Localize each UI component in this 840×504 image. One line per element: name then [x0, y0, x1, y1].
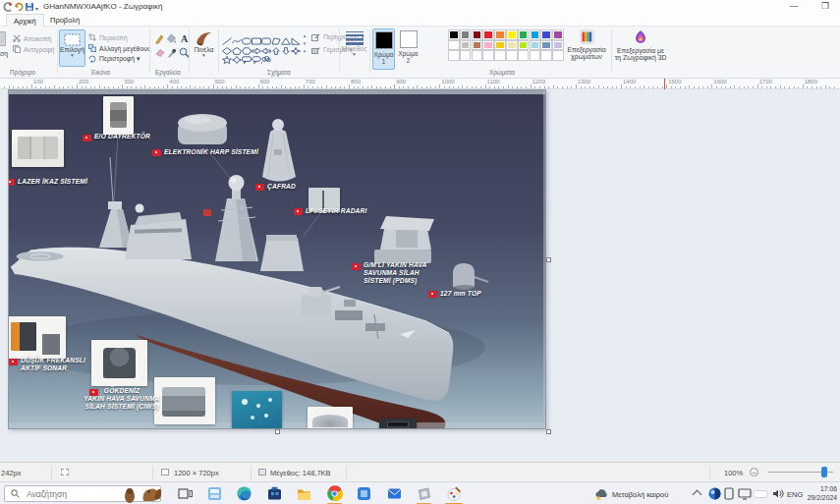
shape-hexagon[interactable]: [242, 41, 252, 49]
palette-empty-slot[interactable]: [507, 51, 517, 60]
zoom-out-button[interactable]: –: [750, 468, 758, 476]
color1-well[interactable]: Χρώμα1: [372, 28, 395, 70]
zoom-slider-thumb[interactable]: [821, 467, 827, 477]
resize-button[interactable]: Αλλαγή μεγέθους: [88, 43, 150, 53]
taskbar-app-task-view[interactable]: [175, 484, 195, 503]
shape-curve[interactable]: [232, 31, 242, 39]
shapes-scrollbar[interactable]: ▴▾▾: [301, 31, 308, 55]
shape-arrow-up[interactable]: [271, 41, 281, 49]
canvas-resize-handle-bottom[interactable]: [275, 429, 280, 434]
tray-expand-chevron[interactable]: [693, 490, 702, 500]
palette-color-#3f48cc[interactable]: [541, 30, 551, 39]
edit-with-paint3d-button[interactable]: Επεξεργασία με τη Ζωγραφική 3D: [616, 29, 665, 61]
palette-empty-slot[interactable]: [553, 51, 563, 60]
palette-empty-slot[interactable]: [495, 51, 505, 60]
taskbar-app-widgets[interactable]: [204, 484, 224, 503]
palette-empty-slot[interactable]: [473, 51, 482, 60]
tray-pill-icon[interactable]: [753, 490, 768, 498]
language-indicator[interactable]: ENG: [787, 490, 803, 499]
paste-button-fragment[interactable]: ση: [0, 50, 8, 57]
palette-color-#ffaec9[interactable]: [483, 41, 493, 50]
color-picker-tool-button[interactable]: [166, 46, 178, 58]
shape-right-triangle[interactable]: [291, 31, 301, 39]
volume-icon[interactable]: [772, 488, 784, 499]
palette-empty-slot[interactable]: [541, 51, 551, 60]
undo-button-icon[interactable]: [14, 2, 24, 12]
shape-ellipse[interactable]: [242, 31, 252, 39]
brushes-button[interactable]: Πινέλα ▾: [191, 29, 217, 69]
taskbar-app-paint[interactable]: [444, 484, 464, 503]
shape-triangle[interactable]: [281, 31, 291, 39]
shape-six-point-star[interactable]: [232, 50, 242, 58]
palette-color-#a349a4[interactable]: [553, 30, 563, 39]
shape-cloud-callout[interactable]: [261, 50, 271, 58]
palette-color-#ffffff[interactable]: [449, 41, 459, 50]
shape-oval-callout[interactable]: [252, 50, 261, 58]
palette-color-#000000[interactable]: [449, 30, 459, 39]
shape-five-point-star[interactable]: [222, 50, 232, 58]
canvas-resize-handle-right[interactable]: [546, 257, 551, 262]
display-icon[interactable]: [738, 488, 752, 500]
palette-color-#7f7f7f[interactable]: [461, 30, 471, 39]
drawing-canvas[interactable]: E/O DAYREKTÖRELEKTRONİK HARP SİSTEMİÇAFR…: [8, 89, 546, 429]
search-highlight-squirrel[interactable]: [124, 483, 163, 504]
palette-color-#c8bfe7[interactable]: [553, 41, 563, 50]
taskbar-app-viewer-3d[interactable]: [415, 484, 434, 503]
palette-color-#99d9ea[interactable]: [531, 41, 540, 50]
taskbar-app-mail[interactable]: [384, 484, 404, 503]
search-input[interactable]: [25, 488, 123, 500]
clock[interactable]: 17:06 29/2/2024: [808, 485, 837, 502]
palette-color-#c3c3c3[interactable]: [461, 41, 471, 50]
weather-text[interactable]: Μεταβολή καιρού: [612, 490, 668, 499]
qat-dropdown[interactable]: ▾: [35, 5, 38, 12]
taskbar-app-file-explorer[interactable]: [295, 484, 314, 503]
palette-color-#22b14c[interactable]: [519, 30, 529, 39]
fill-tool-button[interactable]: [166, 32, 178, 44]
canvas-resize-handle-corner[interactable]: [546, 429, 551, 434]
palette-color-#b97a57[interactable]: [473, 41, 482, 50]
cut-button[interactable]: Αποκοπή: [13, 33, 51, 43]
copy-button[interactable]: Αντιγραφή: [13, 44, 54, 54]
edit-colors-button[interactable]: Επεξεργασία χρωμάτων: [566, 29, 607, 60]
minimize-button[interactable]: —: [781, 0, 807, 14]
shape-rounded-rectangle[interactable]: [261, 31, 271, 39]
restore-button[interactable]: ❐: [812, 0, 838, 14]
phone-link-icon[interactable]: [724, 487, 734, 500]
shape-arrow-down[interactable]: [281, 41, 291, 49]
tray-orb-icon[interactable]: [708, 487, 721, 500]
shape-rectangle[interactable]: [252, 31, 261, 39]
palette-empty-slot[interactable]: [483, 51, 493, 60]
palette-empty-slot[interactable]: [461, 51, 471, 60]
rotate-button[interactable]: Περιστροφή ▾: [88, 54, 140, 64]
shape-polygon[interactable]: [271, 31, 281, 39]
palette-color-#880015[interactable]: [473, 30, 482, 39]
shape-arrow-right[interactable]: [252, 41, 261, 49]
tab-home[interactable]: Αρχική: [6, 14, 44, 27]
tab-view[interactable]: Προβολή: [43, 14, 86, 27]
palette-color-#ed1c24[interactable]: [483, 30, 493, 39]
shape-line[interactable]: [222, 31, 232, 39]
paste-icon[interactable]: [0, 31, 6, 46]
palette-color-#b5e61d[interactable]: [519, 41, 529, 50]
taskbar-app-photos[interactable]: [355, 484, 374, 503]
weather-icon[interactable]: [593, 486, 609, 501]
eraser-tool-button[interactable]: [153, 46, 165, 58]
save-button-icon[interactable]: [25, 2, 34, 12]
size-button[interactable]: Μέγεθος ▾: [341, 30, 367, 68]
palette-color-#fff200[interactable]: [507, 30, 517, 39]
taskbar-app-edge[interactable]: [235, 484, 254, 503]
taskbar-app-store[interactable]: [264, 484, 284, 503]
palette-empty-slot[interactable]: [519, 51, 529, 60]
palette-color-#00a2e8[interactable]: [531, 30, 540, 39]
shape-arrow-left[interactable]: [261, 41, 271, 49]
palette-empty-slot[interactable]: [449, 51, 459, 60]
shape-four-point-star[interactable]: [291, 41, 301, 49]
shape-pentagon[interactable]: [232, 41, 242, 49]
shape-diamond[interactable]: [222, 41, 232, 49]
select-tool-button[interactable]: Επιλογή ▾: [59, 29, 85, 67]
palette-color-#ff7f27[interactable]: [495, 30, 505, 39]
palette-color-#ffc90e[interactable]: [495, 41, 505, 50]
color2-well[interactable]: Χρώμα2: [397, 28, 420, 70]
taskbar-app-chrome[interactable]: [324, 484, 344, 503]
palette-empty-slot[interactable]: [531, 51, 540, 60]
